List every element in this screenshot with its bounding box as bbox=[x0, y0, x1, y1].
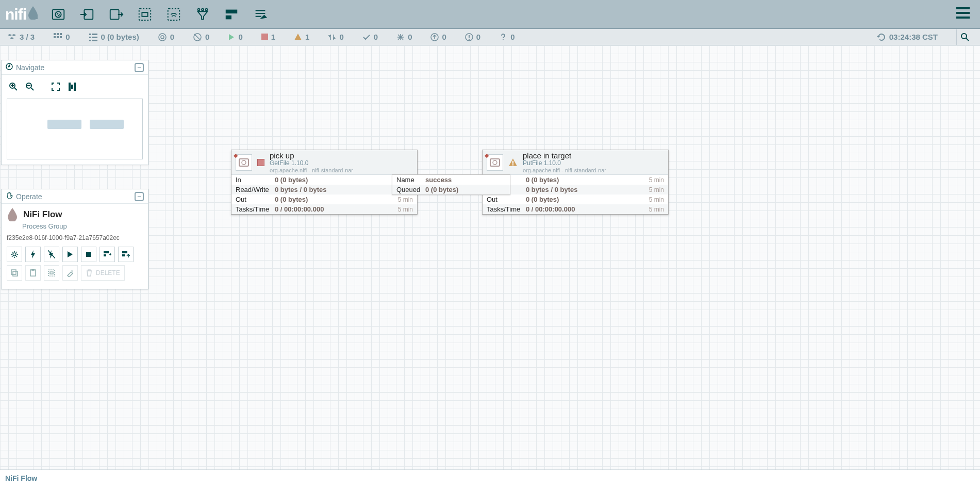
stat-sync-failure: 0 bbox=[465, 33, 480, 41]
add-funnel-button[interactable] bbox=[188, 2, 217, 27]
exclamation-circle-icon bbox=[465, 33, 473, 41]
zoom-in-button[interactable] bbox=[7, 80, 20, 93]
zoom-fit-button[interactable] bbox=[49, 80, 62, 93]
svg-point-28 bbox=[161, 36, 164, 39]
svg-rect-21 bbox=[89, 34, 91, 35]
collapse-button[interactable]: − bbox=[135, 63, 144, 72]
stat-transmitting: 0 bbox=[158, 33, 174, 42]
drop-icon bbox=[27, 6, 39, 23]
status-bar: 3 / 3 0 0 (0 bytes) 0 0 0 1 1 0 0 0 bbox=[0, 29, 980, 45]
drop-icon bbox=[7, 208, 18, 221]
processor-stats: 0 (0 bytes)5 min rite0 bytes / 0 bytes5 … bbox=[483, 175, 668, 214]
status-stopped-icon bbox=[257, 159, 264, 166]
svg-rect-10 bbox=[226, 9, 238, 13]
svg-rect-19 bbox=[57, 36, 59, 38]
connection-label[interactable]: Namesuccess Queued0 (0 bytes) bbox=[392, 174, 510, 195]
svg-rect-37 bbox=[490, 159, 500, 166]
trash-icon bbox=[86, 269, 93, 277]
upload-template-button[interactable] bbox=[118, 247, 134, 262]
add-label-button[interactable] bbox=[246, 2, 275, 27]
operate-panel: Operate − NiFi Flow Process Group f235e2… bbox=[1, 189, 148, 289]
svg-rect-16 bbox=[57, 33, 59, 35]
stop-icon bbox=[261, 34, 268, 40]
processor-type: GetFile 1.10.0 bbox=[270, 160, 353, 167]
operate-group-type: Process Group bbox=[22, 222, 143, 230]
color-button bbox=[62, 265, 78, 281]
add-input-port-button[interactable] bbox=[73, 2, 102, 27]
shield-icon: ◆ bbox=[234, 152, 238, 159]
search-button[interactable] bbox=[956, 29, 973, 45]
stat-running: 0 bbox=[228, 33, 242, 41]
stat-invalid: 1 bbox=[294, 33, 309, 41]
svg-rect-52 bbox=[11, 270, 16, 274]
svg-rect-13 bbox=[956, 12, 970, 14]
svg-rect-0 bbox=[35, 15, 38, 19]
svg-rect-25 bbox=[89, 40, 91, 41]
cubes-icon bbox=[7, 33, 16, 42]
birdseye-map[interactable] bbox=[7, 99, 143, 159]
group-button bbox=[44, 265, 59, 281]
add-process-group-button[interactable] bbox=[130, 2, 159, 27]
configure-button[interactable] bbox=[7, 247, 22, 262]
svg-rect-24 bbox=[92, 37, 97, 38]
svg-rect-5 bbox=[142, 12, 147, 17]
paste-button bbox=[25, 265, 41, 281]
stat-unknown: 0 bbox=[499, 33, 514, 41]
asterisk-icon bbox=[396, 33, 405, 41]
list-icon bbox=[89, 33, 98, 42]
svg-rect-39 bbox=[512, 164, 513, 165]
stat-disabled: 0 bbox=[328, 33, 343, 41]
add-processor-button[interactable] bbox=[44, 2, 73, 27]
disabled-icon bbox=[328, 33, 336, 41]
add-output-port-button[interactable] bbox=[102, 2, 130, 27]
svg-rect-57 bbox=[50, 272, 53, 274]
processor-stats: In0 (0 bytes) Read/Write0 bytes / 0 byte… bbox=[231, 175, 417, 214]
stat-last-refresh: 03:24:38 CST bbox=[877, 33, 938, 42]
panel-title: Operate bbox=[16, 192, 42, 201]
start-button[interactable] bbox=[62, 247, 78, 262]
processor-bundle: org.apache.nifi - nifi-standard-nar bbox=[523, 167, 606, 174]
svg-rect-22 bbox=[92, 34, 97, 35]
global-menu-button[interactable] bbox=[951, 3, 975, 25]
zoom-out-button[interactable] bbox=[23, 80, 37, 93]
svg-rect-50 bbox=[122, 251, 127, 253]
svg-rect-6 bbox=[168, 8, 180, 20]
stat-stopped: 1 bbox=[261, 33, 275, 41]
disable-button[interactable] bbox=[44, 247, 59, 262]
collapse-button[interactable]: − bbox=[135, 192, 144, 201]
svg-rect-18 bbox=[54, 36, 56, 38]
svg-rect-44 bbox=[74, 83, 75, 90]
enable-button[interactable] bbox=[25, 247, 41, 262]
svg-rect-14 bbox=[956, 17, 970, 19]
svg-rect-38 bbox=[512, 160, 513, 164]
shield-icon: ◆ bbox=[485, 152, 489, 159]
processor-pick-up[interactable]: ◆ pick up GetFile 1.10.0 org.apache.nifi… bbox=[231, 150, 418, 215]
stat-locally-modified: 0 bbox=[396, 33, 412, 41]
bullseye-icon bbox=[158, 33, 167, 42]
panel-title: Navigate bbox=[16, 63, 44, 72]
create-template-button[interactable] bbox=[99, 247, 115, 262]
svg-rect-20 bbox=[60, 36, 62, 38]
delete-button: DELETE bbox=[81, 265, 125, 281]
copy-button bbox=[7, 265, 22, 281]
processor-icon: ◆ bbox=[487, 154, 503, 171]
svg-rect-4 bbox=[139, 8, 151, 20]
processor-bundle: org.apache.nifi - nifi-standard-nar bbox=[270, 167, 353, 174]
svg-rect-36 bbox=[239, 159, 248, 166]
svg-rect-12 bbox=[956, 7, 970, 9]
zoom-actual-button[interactable] bbox=[65, 80, 79, 93]
refresh-icon bbox=[877, 33, 886, 42]
check-icon bbox=[362, 33, 371, 41]
nifi-logo: nifi bbox=[5, 6, 39, 23]
stat-active-threads: 3 / 3 bbox=[7, 33, 35, 42]
hand-icon bbox=[6, 192, 13, 201]
flow-canvas[interactable]: ◆ pick up GetFile 1.10.0 org.apache.nifi… bbox=[0, 45, 980, 469]
stat-total-queued: 0 bbox=[53, 33, 70, 42]
svg-rect-56 bbox=[48, 270, 55, 276]
breadcrumb-root[interactable]: NiFi Flow bbox=[5, 474, 37, 482]
svg-point-7 bbox=[198, 8, 200, 10]
svg-rect-23 bbox=[89, 37, 91, 38]
stop-button[interactable] bbox=[81, 247, 96, 262]
add-remote-process-group-button[interactable] bbox=[159, 2, 188, 27]
add-template-button[interactable] bbox=[217, 2, 246, 27]
